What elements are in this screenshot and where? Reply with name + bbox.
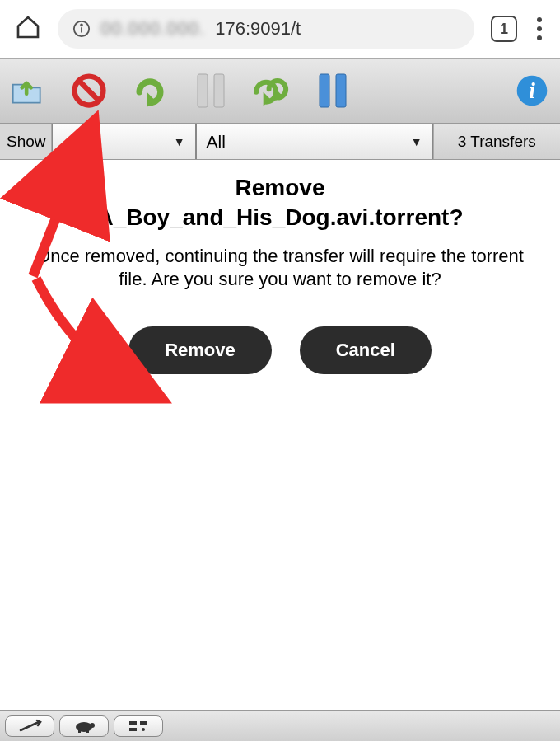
filter-all-select[interactable]: All ▼ [196,124,433,159]
pause-button[interactable] [191,71,231,110]
svg-line-4 [79,81,99,101]
open-torrent-button[interactable] [8,71,48,110]
confirm-dialog: Remove A_Boy_and_His_Dog.avi.torrent? On… [0,160,560,387]
url-visible: 176:9091/t [215,18,301,40]
svg-point-13 [90,723,95,728]
svg-rect-18 [129,728,137,731]
home-icon[interactable] [15,14,41,44]
tab-count-button[interactable]: 1 [491,16,517,42]
pause-all-button[interactable] [313,71,352,110]
svg-rect-8 [336,74,346,107]
turtle-mode-button[interactable] [59,715,109,737]
transfer-count: 3 Transfers [433,124,560,159]
cancel-button[interactable]: Cancel [300,326,432,374]
overflow-menu-icon[interactable] [534,14,545,44]
show-label: Show [0,124,52,159]
svg-point-2 [81,25,82,26]
chevron-down-icon: ▼ [174,135,185,148]
info-icon [72,20,91,38]
compact-view-button[interactable] [114,715,163,737]
chevron-down-icon: ▼ [411,135,422,148]
remove-button[interactable]: Remove [128,326,272,374]
svg-rect-17 [140,721,147,725]
filter-status-select[interactable]: ▼ [52,124,196,159]
bottom-toolbar [0,710,560,741]
svg-rect-14 [78,730,81,733]
resume-all-button[interactable] [252,71,292,110]
resume-button[interactable] [130,71,170,110]
svg-point-19 [142,728,145,731]
info-button[interactable]: i [512,71,552,110]
filter-bar: Show ▼ All ▼ 3 Transfers [0,124,560,160]
svg-rect-16 [129,721,137,725]
app-toolbar: i [0,58,560,124]
remove-torrent-button[interactable] [69,71,109,110]
svg-rect-6 [214,74,224,107]
svg-rect-7 [320,74,329,107]
dialog-title: Remove A_Boy_and_His_Dog.avi.torrent? [25,173,535,233]
url-input[interactable]: 00.000.000. 176:9091/t [58,9,474,49]
svg-rect-15 [86,730,89,733]
settings-button[interactable] [5,715,54,737]
url-obscured: 00.000.000. [100,18,205,40]
svg-rect-5 [198,74,208,107]
svg-text:i: i [529,77,535,103]
browser-url-bar: 00.000.000. 176:9091/t 1 [0,0,560,58]
dialog-body: Once removed, continuing the transfer wi… [25,245,535,292]
